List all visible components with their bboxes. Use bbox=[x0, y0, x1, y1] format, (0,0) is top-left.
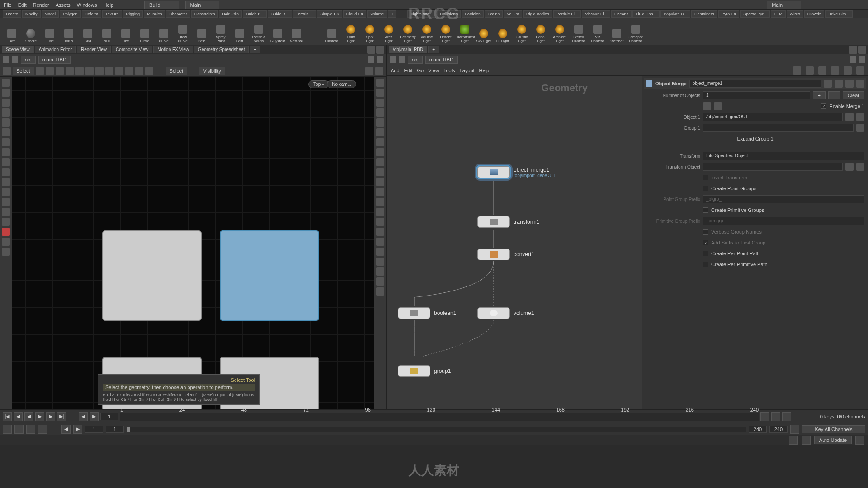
snap-tool-icon[interactable] bbox=[2, 188, 10, 196]
tool-sphere[interactable]: Sphere bbox=[23, 20, 39, 43]
play-icon[interactable]: ▶ bbox=[35, 412, 44, 421]
net-menu-edit[interactable]: Edit bbox=[404, 68, 413, 73]
tab-scene-view[interactable]: Scene View bbox=[2, 46, 34, 53]
menu-assets[interactable]: Assets bbox=[56, 2, 71, 8]
tab-network[interactable]: /obj/main_RBD bbox=[389, 46, 427, 53]
next-frame-icon[interactable]: ▶ bbox=[46, 412, 55, 421]
menu-help[interactable]: Help bbox=[103, 2, 113, 8]
display-opt-icon[interactable] bbox=[376, 258, 384, 266]
link-icon[interactable] bbox=[377, 56, 383, 63]
node-body[interactable] bbox=[477, 249, 510, 260]
group1-field[interactable] bbox=[703, 124, 854, 132]
snap-tool-icon[interactable] bbox=[2, 178, 10, 186]
display-opt-icon[interactable] bbox=[376, 178, 384, 186]
shelf-tab[interactable]: Muscles bbox=[144, 10, 165, 18]
auto-update-dropdown[interactable]: Auto Update bbox=[814, 436, 852, 444]
net-tool-icon[interactable] bbox=[818, 66, 826, 75]
scope-icon[interactable] bbox=[3, 425, 12, 434]
sel-mode-icon[interactable] bbox=[85, 67, 94, 75]
net-menu-view[interactable]: View bbox=[428, 68, 439, 73]
comment-icon[interactable] bbox=[856, 80, 864, 88]
sel-mode-icon[interactable] bbox=[75, 67, 84, 75]
tool-gamepadcam[interactable]: Gamepad Camera bbox=[627, 20, 644, 43]
node-body[interactable] bbox=[398, 365, 430, 377]
shelf-tab[interactable]: Guide P... bbox=[243, 10, 267, 18]
tool-metaball[interactable]: Metaball bbox=[288, 20, 305, 43]
tool-line[interactable]: Line bbox=[118, 20, 134, 43]
pane-menu-icon[interactable] bbox=[858, 46, 866, 54]
shelf-tab[interactable]: Volume bbox=[367, 10, 387, 18]
info-icon[interactable] bbox=[845, 80, 854, 88]
node-body[interactable] bbox=[477, 216, 510, 228]
key-all-channels-btn[interactable]: Key All Channels bbox=[802, 425, 865, 433]
tab-add[interactable]: + bbox=[250, 46, 260, 53]
desktop-main-2[interactable]: Main bbox=[767, 1, 801, 9]
op-chooser-icon[interactable] bbox=[845, 163, 854, 171]
tool-curve[interactable]: Curve bbox=[156, 20, 172, 43]
sel-mode-icon[interactable] bbox=[66, 67, 74, 75]
net-tool-icon[interactable] bbox=[793, 66, 801, 75]
timeline-track[interactable]: 12448 7296120 144168192 216240 bbox=[120, 413, 759, 421]
shelf-tab[interactable]: Oceans bbox=[611, 10, 632, 18]
display-opt-icon[interactable] bbox=[376, 99, 384, 107]
sel-mode-icon[interactable] bbox=[46, 67, 54, 75]
jump-icon[interactable] bbox=[856, 163, 864, 171]
sel-mode-icon[interactable] bbox=[135, 67, 143, 75]
net-menu-add[interactable]: Add bbox=[391, 68, 400, 73]
tool-font[interactable]: Font bbox=[231, 20, 248, 43]
snap-tool-icon[interactable] bbox=[2, 218, 10, 226]
tool-circle[interactable]: Circle bbox=[137, 20, 153, 43]
net-menu-tools[interactable]: Tools bbox=[443, 68, 455, 73]
tool-portallight[interactable]: Portal Light bbox=[533, 20, 549, 43]
select-tool-icon[interactable] bbox=[2, 89, 10, 97]
menu-windows[interactable]: Windows bbox=[77, 2, 97, 8]
remove-btn[interactable]: - bbox=[828, 91, 840, 99]
path-obj[interactable]: obj bbox=[408, 56, 423, 64]
snap-tool-icon[interactable] bbox=[2, 148, 10, 156]
create-per-point-path-checkbox[interactable] bbox=[703, 251, 708, 256]
prev-key-icon[interactable]: ◀ bbox=[79, 412, 88, 421]
shelf-tab-add[interactable]: + bbox=[388, 10, 396, 18]
scope-icon[interactable] bbox=[14, 425, 24, 434]
tool-arealight[interactable]: Area Light bbox=[381, 20, 397, 43]
display-opt-icon[interactable] bbox=[376, 158, 384, 166]
tool-box[interactable]: Box bbox=[4, 20, 20, 43]
pin-icon[interactable] bbox=[368, 56, 374, 63]
tab-composite-view[interactable]: Composite View bbox=[112, 46, 152, 53]
op-chooser-icon[interactable] bbox=[845, 113, 854, 121]
shelf-tab[interactable]: Constraints bbox=[191, 10, 218, 18]
view-tool-icon[interactable] bbox=[2, 79, 10, 87]
tool-null[interactable]: Null bbox=[99, 20, 115, 43]
help-icon[interactable] bbox=[375, 67, 383, 75]
magnet-icon[interactable] bbox=[2, 228, 10, 236]
add-suffix-checkbox[interactable]: ✓ bbox=[703, 240, 708, 245]
tool-grid[interactable]: Grid bbox=[80, 20, 96, 43]
last-frame-icon[interactable]: ▶| bbox=[57, 412, 66, 421]
object1-field[interactable]: /obj/import_geo/OUT bbox=[703, 113, 843, 121]
dropdown-icon[interactable] bbox=[856, 124, 864, 132]
tool-vollight[interactable]: Volume Light bbox=[419, 20, 435, 43]
tool-torus[interactable]: Torus bbox=[61, 20, 77, 43]
tool-distlight[interactable]: Distant Light bbox=[438, 20, 454, 43]
snap-tool-icon[interactable] bbox=[2, 138, 10, 146]
tool-envlight[interactable]: Environment Light bbox=[457, 20, 473, 43]
desktop-build[interactable]: Build bbox=[144, 1, 179, 9]
shelf-tab[interactable]: Deform bbox=[82, 10, 102, 18]
view-mode-badge[interactable]: Top ▾ bbox=[308, 80, 329, 88]
sel-mode-icon[interactable] bbox=[145, 67, 153, 75]
tool-gilight[interactable]: GI Light bbox=[495, 20, 511, 43]
net-tool-icon[interactable] bbox=[806, 66, 814, 75]
create-prim-groups-checkbox[interactable] bbox=[703, 207, 708, 213]
tab-geo-spreadsheet[interactable]: Geometry Spreadsheet bbox=[194, 46, 249, 53]
display-opt-icon[interactable] bbox=[376, 188, 384, 196]
shelf-tab[interactable]: Drive Sim... bbox=[825, 10, 853, 18]
invert-transform-checkbox[interactable] bbox=[703, 175, 708, 180]
range-end-field[interactable] bbox=[769, 426, 788, 433]
tab-add[interactable]: + bbox=[428, 46, 439, 53]
tab-motion-fx[interactable]: Motion FX View bbox=[153, 46, 193, 53]
snap-tool-icon[interactable] bbox=[2, 208, 10, 216]
shelf-tab[interactable]: Populate C... bbox=[660, 10, 690, 18]
node-body[interactable] bbox=[398, 307, 430, 319]
loop-icon[interactable] bbox=[760, 412, 769, 421]
range-handle[interactable] bbox=[127, 427, 130, 432]
